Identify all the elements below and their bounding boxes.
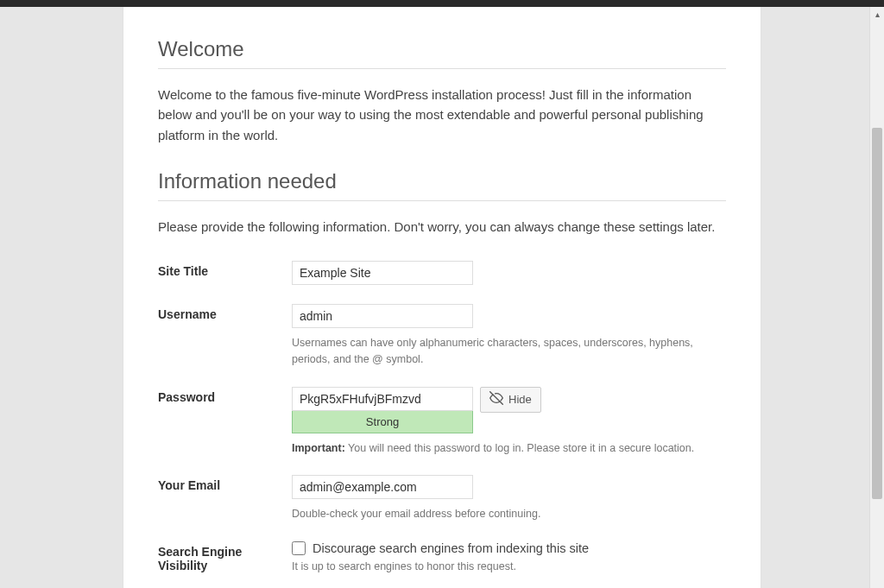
important-text: You will need this password to log in. P… <box>345 442 694 454</box>
label-email: Your Email <box>158 466 292 533</box>
window-topbar <box>0 0 884 7</box>
page-body: Welcome Welcome to the famous five-minut… <box>0 7 884 588</box>
label-search-visibility: Search Engine Visibility <box>158 533 292 585</box>
search-visibility-hint: It is up to search engines to honor this… <box>292 559 726 575</box>
row-username: Username Usernames can have only alphanu… <box>158 295 726 378</box>
site-title-input[interactable] <box>292 261 473 285</box>
important-label: Important: <box>292 442 345 454</box>
password-strength-meter: Strong <box>292 411 473 433</box>
install-card: Welcome Welcome to the famous five-minut… <box>123 7 761 588</box>
search-visibility-label: Discourage search engines from indexing … <box>313 541 589 555</box>
eye-off-icon <box>489 391 503 408</box>
label-site-title: Site Title <box>158 252 292 295</box>
row-site-title: Site Title <box>158 252 726 295</box>
row-search-visibility: Search Engine Visibility Discourage sear… <box>158 533 726 585</box>
username-hint: Usernames can have only alphanumeric cha… <box>292 335 726 368</box>
scrollbar-vertical[interactable]: ▴ ▾ <box>869 7 884 588</box>
hide-password-button[interactable]: Hide <box>480 387 541 413</box>
label-password: Password <box>158 378 292 467</box>
email-input[interactable] <box>292 475 473 499</box>
password-input[interactable] <box>292 387 473 411</box>
label-username: Username <box>158 295 292 378</box>
row-email: Your Email Double-check your email addre… <box>158 466 726 533</box>
hide-button-label: Hide <box>508 393 532 406</box>
heading-info: Information needed <box>158 169 726 201</box>
form-table: Site Title Username Usernames can have o… <box>158 252 726 585</box>
row-password: Password Strong <box>158 378 726 467</box>
password-important: Important: You will need this password t… <box>292 440 726 457</box>
scrollbar-thumb[interactable] <box>872 128 882 499</box>
info-text: Please provide the following information… <box>158 217 726 237</box>
welcome-text: Welcome to the famous five-minute WordPr… <box>158 85 726 145</box>
email-hint: Double-check your email address before c… <box>292 506 726 522</box>
search-visibility-checkbox[interactable] <box>292 541 306 555</box>
username-input[interactable] <box>292 304 473 328</box>
heading-welcome: Welcome <box>158 37 726 69</box>
scroll-up-arrow-icon[interactable]: ▴ <box>870 7 884 22</box>
